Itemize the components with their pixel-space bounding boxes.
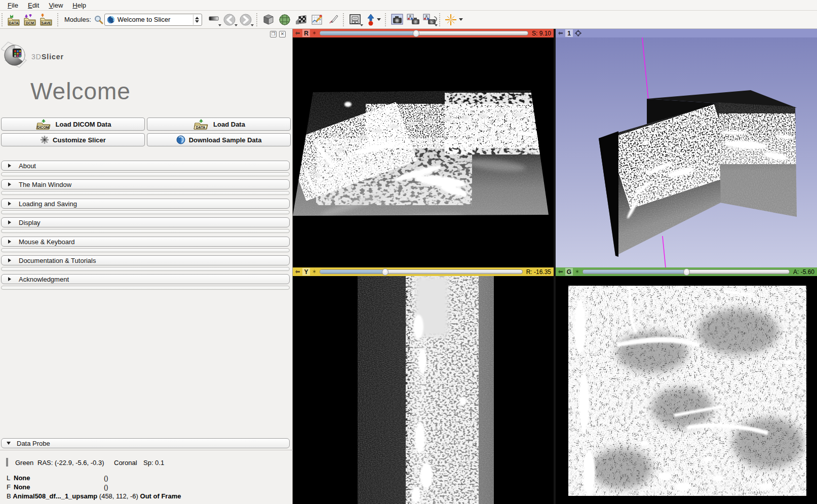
- module-panel: ❐ ✕ 3DSlicer Welcome DICOM Load DICOM Da…: [0, 29, 293, 504]
- expand-arrow-icon: [8, 220, 11, 224]
- yellow-view-label: Y: [302, 268, 310, 276]
- module-search-icon[interactable]: [93, 12, 104, 27]
- data-folder-icon: DATA: [192, 119, 210, 130]
- history-forward-button[interactable]: [238, 12, 254, 27]
- module-spin-buttons[interactable]: [193, 15, 201, 25]
- toolbar-handle[interactable]: [439, 13, 442, 26]
- red-slice-offset: S: 9.10: [532, 30, 551, 37]
- probe-layer-L-key: L: [7, 474, 10, 482]
- section-frame: [1, 229, 290, 233]
- toolbar-handle[interactable]: [57, 13, 60, 26]
- threed-view-label: 1: [565, 29, 573, 37]
- section-frame: [1, 267, 290, 271]
- pin-icon[interactable]: [295, 31, 300, 35]
- screenshot-button[interactable]: [389, 12, 405, 27]
- section-acknowledgment[interactable]: Acknowledgment: [1, 274, 290, 284]
- load-data-button[interactable]: DATA Load Data: [147, 118, 291, 131]
- pin-icon[interactable]: [558, 31, 563, 35]
- module-selector-value: Welcome to Slicer: [118, 16, 171, 23]
- menu-help[interactable]: Help: [68, 1, 91, 10]
- pin-icon[interactable]: [558, 270, 563, 274]
- svg-text:DATA: DATA: [9, 21, 18, 25]
- panel-undock-icon[interactable]: ❐: [270, 31, 277, 37]
- section-frame: [1, 210, 290, 214]
- toolbar-handle[interactable]: [256, 13, 259, 26]
- section-frame: [1, 248, 290, 252]
- center-3d-view-button[interactable]: [277, 12, 293, 27]
- section-display[interactable]: Display: [1, 217, 290, 227]
- threed-scene[interactable]: [556, 37, 817, 267]
- data-probe-frame: Green RAS: (-22.9, -5.6, -0.3) Coronal S…: [0, 450, 293, 504]
- logo-text: 3DSlicer: [31, 53, 64, 61]
- module-icon: [107, 16, 115, 24]
- probe-layer-B-row: B Animal508_df..._1_upsamp (458, 112, -6…: [7, 492, 181, 500]
- yellow-slice-controller: Y ✶ R: -16.35: [293, 267, 554, 276]
- toolbar-handle[interactable]: [343, 13, 345, 26]
- menu-file[interactable]: File: [3, 1, 23, 10]
- menu-edit[interactable]: Edit: [23, 1, 44, 10]
- charts-button[interactable]: [309, 12, 325, 27]
- green-view-label: G: [565, 268, 573, 276]
- module-history-button[interactable]: [206, 12, 221, 27]
- layout-selector-button[interactable]: [347, 12, 363, 27]
- probe-slice-spacing: Sp: 0.1: [143, 459, 164, 467]
- green-slice-image[interactable]: [556, 276, 817, 504]
- visibility-icon[interactable]: ✶: [312, 30, 317, 36]
- section-main-window[interactable]: The Main Window: [1, 179, 290, 189]
- collapse-arrow-icon: [7, 442, 11, 445]
- green-slice-slider[interactable]: [582, 269, 790, 274]
- scene-view-restore-button[interactable]: [421, 12, 438, 27]
- slice-visibility-button[interactable]: [293, 12, 309, 27]
- probe-layer-F-key: F: [7, 483, 11, 491]
- module-selector[interactable]: Welcome to Slicer: [104, 14, 202, 26]
- probe-layer-F-name: None: [14, 483, 30, 491]
- history-back-button[interactable]: [221, 12, 238, 27]
- load-data-button[interactable]: DATA: [6, 12, 22, 27]
- customize-slicer-button[interactable]: Customize Slicer: [1, 133, 145, 146]
- load-dicom-data-button[interactable]: DICOM Load DICOM Data: [1, 118, 145, 131]
- modules-label: Modules:: [64, 16, 91, 23]
- svg-text:DICOM: DICOM: [37, 126, 49, 129]
- expand-arrow-icon: [8, 202, 11, 206]
- scene-view-button[interactable]: [405, 12, 421, 27]
- probe-slice-ras: RAS: (-22.9, -5.6, -0.3): [37, 459, 104, 467]
- save-button[interactable]: SAVE: [38, 12, 54, 27]
- green-slice-offset: A: -5.60: [793, 268, 814, 276]
- annotation-pen-button[interactable]: [325, 12, 341, 27]
- menu-view[interactable]: View: [44, 1, 68, 10]
- section-documentation[interactable]: Documentation & Tutorials: [1, 255, 290, 265]
- expand-arrow-icon: [8, 258, 11, 262]
- toolbar-handle[interactable]: [385, 13, 387, 26]
- green-slice-view: G ✶ A: -5.60: [556, 267, 817, 504]
- section-mouse-keyboard[interactable]: Mouse & Keyboard: [1, 237, 290, 247]
- probe-layer-F-value: (): [104, 483, 108, 491]
- yellow-slice-image[interactable]: [293, 276, 554, 504]
- red-slice-image[interactable]: [293, 37, 554, 267]
- section-about[interactable]: About: [1, 161, 290, 171]
- dicom-folder-icon: DICOM: [35, 119, 52, 130]
- crosshair-button[interactable]: [443, 12, 464, 27]
- show-3d-cube-button[interactable]: [260, 12, 277, 27]
- data-probe-section[interactable]: Data Probe: [1, 438, 290, 448]
- panel-close-icon[interactable]: ✕: [279, 31, 286, 37]
- visibility-icon[interactable]: ✶: [575, 269, 579, 275]
- green-slice-controller: G ✶ A: -5.60: [556, 267, 817, 276]
- mouse-interaction-mode-button[interactable]: [363, 12, 383, 27]
- yellow-slice-slider[interactable]: [320, 269, 522, 274]
- center-view-icon[interactable]: [575, 30, 581, 36]
- probe-slice-view: Green: [15, 459, 33, 467]
- toolbar-handle[interactable]: [2, 13, 4, 26]
- section-frame: [1, 286, 290, 290]
- view-layout: R ✶ S: 9.10: [293, 29, 817, 504]
- threed-view-controller: 1: [556, 29, 817, 37]
- red-slice-slider[interactable]: [320, 31, 528, 35]
- yellow-slice-offset: R: -16.35: [526, 268, 551, 276]
- section-frame: [1, 191, 290, 195]
- load-dicom-button[interactable]: DCM: [22, 12, 38, 27]
- expand-arrow-icon: [8, 277, 11, 281]
- probe-layer-L-value: (): [104, 474, 108, 482]
- section-loading-saving[interactable]: Loading and Saving: [1, 199, 290, 209]
- visibility-icon[interactable]: ✶: [312, 269, 317, 275]
- download-sample-data-button[interactable]: Download Sample Data: [147, 133, 291, 146]
- pin-icon[interactable]: [295, 270, 300, 274]
